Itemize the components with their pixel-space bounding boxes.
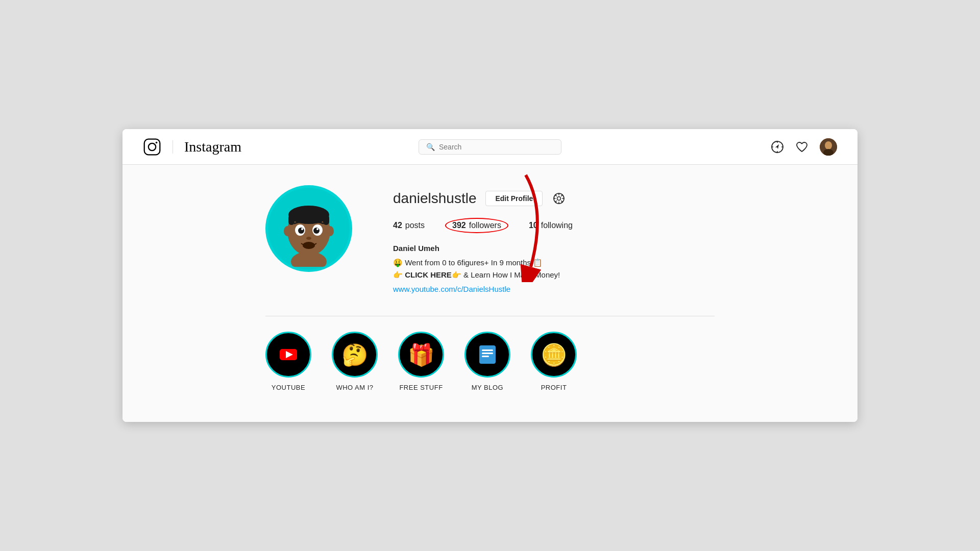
highlight-circle-profit: 🪙 <box>531 332 577 378</box>
highlight-circle-free: 🎁 <box>398 332 444 378</box>
svg-rect-41 <box>479 345 496 364</box>
search-wrap: 🔍 <box>419 139 561 155</box>
posts-stat[interactable]: 42 posts <box>393 218 425 233</box>
search-input[interactable] <box>439 143 541 151</box>
highlight-who-am-i[interactable]: 🤔 WHO AM I? <box>332 332 378 391</box>
highlights-section: YOUTUBE 🤔 WHO AM I? 🎁 FREE STUFF <box>265 316 715 391</box>
profile-bio: Daniel Umeh 🤑 Went from 0 to 6figures+ I… <box>393 242 715 295</box>
svg-line-37 <box>561 195 562 196</box>
profile-stats: 42 posts 392 followers 10 following <box>393 218 715 233</box>
profile-header: danielshustle Edit Profile <box>265 185 715 295</box>
bio-name: Daniel Umeh <box>393 242 715 255</box>
profile-avatar <box>265 185 352 272</box>
browser-window: Instagram 🔍 <box>122 129 857 422</box>
who-emoji: 🤔 <box>341 342 368 367</box>
svg-point-26 <box>303 242 315 249</box>
free-emoji: 🎁 <box>408 342 434 367</box>
svg-point-2 <box>156 141 158 143</box>
svg-rect-43 <box>482 353 493 354</box>
svg-point-30 <box>557 197 561 201</box>
bio-pre: 👉 <box>393 270 405 279</box>
profile-username: danielshustle <box>393 190 476 207</box>
bio-line1: 🤑 Went from 0 to 6figures+ In 9 months 📋 <box>393 257 715 269</box>
highlight-label-youtube: YOUTUBE <box>272 384 305 391</box>
highlight-free-stuff[interactable]: 🎁 FREE STUFF <box>398 332 444 391</box>
highlight-circle-blog <box>464 332 510 378</box>
svg-line-35 <box>555 195 556 196</box>
profile-top-row: danielshustle Edit Profile <box>393 190 715 207</box>
svg-point-21 <box>298 228 304 234</box>
navbar: Instagram 🔍 <box>122 129 857 165</box>
following-label: following <box>541 221 573 230</box>
svg-line-38 <box>555 201 556 202</box>
nav-brand: Instagram <box>184 139 241 155</box>
posts-count: 42 <box>393 221 402 230</box>
highlight-youtube[interactable]: YOUTUBE <box>265 332 311 391</box>
search-box[interactable]: 🔍 <box>419 139 561 155</box>
edit-profile-button[interactable]: Edit Profile <box>485 191 543 206</box>
following-stat[interactable]: 10 following <box>529 218 573 233</box>
explore-icon[interactable] <box>771 140 784 154</box>
followers-stat[interactable]: 392 followers <box>445 218 508 233</box>
highlight-label-profit: PROFIT <box>541 384 567 391</box>
nav-divider <box>173 140 173 154</box>
svg-rect-42 <box>482 349 493 351</box>
following-count: 10 <box>529 221 538 230</box>
instagram-icon <box>143 138 161 156</box>
profit-emoji: 🪙 <box>541 342 567 367</box>
highlight-circle-youtube <box>265 332 311 378</box>
highlight-label-who: WHO AM I? <box>336 384 373 391</box>
svg-point-23 <box>301 228 303 230</box>
highlight-label-free: FREE STUFF <box>399 384 443 391</box>
highlight-circle-who: 🤔 <box>332 332 378 378</box>
followers-count: 392 <box>452 221 466 230</box>
nav-actions <box>771 138 837 156</box>
bio-post: 👉 & Learn How I Make Money! <box>452 270 560 279</box>
highlight-profit[interactable]: 🪙 PROFIT <box>531 332 577 391</box>
highlight-my-blog[interactable]: MY BLOG <box>464 332 510 391</box>
svg-point-1 <box>149 143 156 150</box>
avatar-illustration <box>271 190 347 267</box>
svg-line-36 <box>561 201 562 202</box>
svg-point-25 <box>306 237 311 240</box>
profile-info: danielshustle Edit Profile <box>393 185 715 295</box>
profile-avatar-wrap <box>265 185 352 272</box>
nav-logo: Instagram <box>143 138 241 156</box>
svg-point-10 <box>825 141 832 149</box>
svg-rect-18 <box>323 215 329 225</box>
svg-marker-8 <box>775 143 780 149</box>
profile-section: danielshustle Edit Profile <box>245 185 735 391</box>
svg-point-22 <box>313 228 320 234</box>
main-content: danielshustle Edit Profile <box>122 165 857 422</box>
settings-icon[interactable] <box>552 191 566 206</box>
user-avatar-nav[interactable] <box>820 138 837 156</box>
svg-rect-44 <box>482 356 489 357</box>
followers-label: followers <box>469 221 501 230</box>
svg-rect-17 <box>288 215 295 225</box>
svg-rect-0 <box>144 139 160 155</box>
click-here-text: CLICK HERE <box>405 270 452 279</box>
activity-icon[interactable] <box>795 140 808 154</box>
highlight-label-blog: MY BLOG <box>472 384 504 391</box>
bio-link[interactable]: www.youtube.com/c/DanielsHustle <box>393 283 715 295</box>
svg-point-28 <box>327 226 334 236</box>
svg-point-24 <box>316 228 318 230</box>
posts-label: posts <box>405 221 425 230</box>
svg-point-27 <box>284 226 291 236</box>
search-icon: 🔍 <box>426 143 435 151</box>
bio-line2: 👉 CLICK HERE👉 & Learn How I Make Money! <box>393 269 715 281</box>
